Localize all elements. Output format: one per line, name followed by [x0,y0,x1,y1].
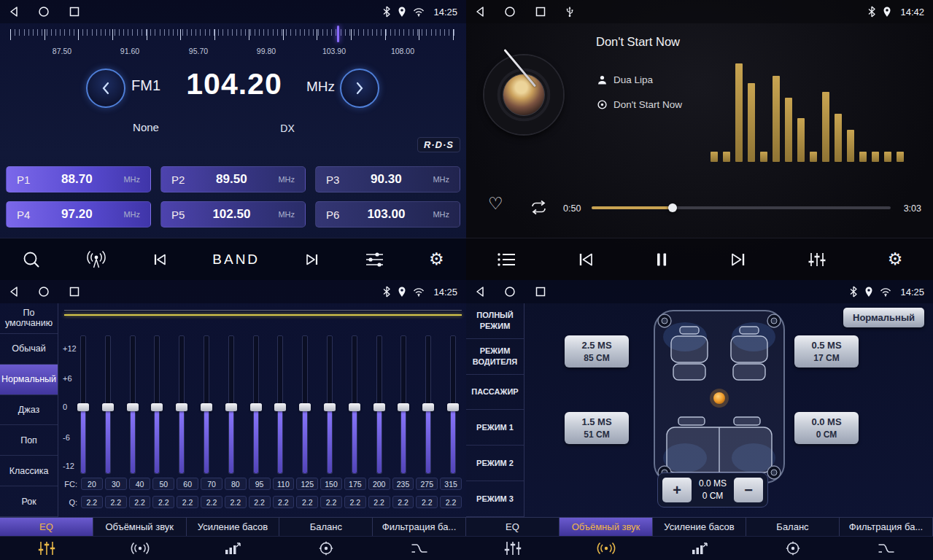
eq-band-slider[interactable] [250,335,262,474]
scan-icon[interactable] [22,250,41,269]
progress-knob[interactable] [668,203,677,212]
radio-broadcast-icon[interactable] [85,250,107,269]
seek-up-button[interactable] [340,69,379,108]
bass-boost-tab-icon[interactable] [653,542,746,555]
nav-recents-icon[interactable] [69,6,80,18]
eq-slider-handle[interactable] [250,403,262,411]
eq-band-slider[interactable] [176,335,187,474]
sound-preset-chip[interactable]: Нормальный [843,308,924,327]
delay-front-left[interactable]: 2.5 MS 85 CM [565,335,629,368]
eq-slider-handle[interactable] [151,403,163,411]
eq-tab-icon[interactable] [466,540,560,556]
favorite-icon[interactable]: ♡ [488,195,503,212]
preset-button-p3[interactable]: P390.30MHz [315,166,460,192]
tab-bass-boost[interactable]: Усиление басов [187,518,280,536]
eq-band-slider[interactable] [151,335,163,474]
tab-eq[interactable]: EQ [466,518,560,536]
eq-band-slider[interactable] [225,335,237,474]
eq-preset-custom[interactable]: Обычай [0,334,58,365]
preset-button-p5[interactable]: P5102.50MHz [160,201,306,228]
nav-recents-icon[interactable] [535,6,546,18]
nav-recents-icon[interactable] [535,286,546,298]
eq-band-slider[interactable] [398,335,409,474]
tab-bass-boost[interactable]: Усиление басов [653,518,746,536]
eq-band-slider[interactable] [102,335,114,474]
nav-home-icon[interactable] [38,286,50,298]
eq-slider-handle[interactable] [398,403,409,411]
nav-back-icon[interactable] [475,286,485,298]
playlist-icon[interactable] [497,252,516,267]
progress-bar[interactable] [592,206,891,209]
eq-slider-handle[interactable] [299,403,311,411]
previous-track-icon[interactable] [152,253,168,266]
mode-3[interactable]: РЕЖИМ 3 [466,481,524,517]
eq-preset-default[interactable]: По умолчанию [0,303,58,334]
eq-slider-handle[interactable] [127,403,139,411]
settings-gear-icon[interactable]: ⚙ [888,251,903,268]
preset-button-p2[interactable]: P289.50MHz [160,166,306,192]
delay-decrease-button[interactable]: − [734,478,763,502]
filter-tab-icon[interactable] [840,542,933,555]
eq-band-slider[interactable] [422,335,434,474]
filter-tab-icon[interactable] [373,542,466,555]
previous-track-icon[interactable] [577,252,595,267]
eq-preset-rock[interactable]: Рок [0,486,58,517]
eq-preset-classic[interactable]: Классика [0,456,58,486]
delay-increase-button[interactable]: + [662,478,692,502]
eq-slider-handle[interactable] [225,403,237,411]
eq-slider-handle[interactable] [102,403,114,411]
tuner-settings-icon[interactable] [365,252,384,268]
eq-band-slider[interactable] [274,335,286,474]
eq-slider-handle[interactable] [447,403,459,411]
mode-2[interactable]: РЕЖИМ 2 [466,446,524,481]
preset-button-p1[interactable]: P188.70MHz [6,166,151,192]
eq-band-slider[interactable] [77,335,89,474]
eq-slider-handle[interactable] [77,403,89,411]
mode-passenger[interactable]: ПАССАЖИР [466,375,524,411]
nav-recents-icon[interactable] [69,286,80,298]
eq-slider-handle[interactable] [274,403,286,411]
settings-gear-icon[interactable]: ⚙ [429,251,444,268]
band-button[interactable]: BAND [212,252,260,268]
eq-band-slider[interactable] [373,335,385,474]
delay-front-right[interactable]: 0.5 MS 17 CM [794,335,859,368]
tab-eq[interactable]: EQ [0,518,93,536]
eq-slider-handle[interactable] [373,403,385,411]
eq-tab-icon[interactable] [0,540,93,556]
eq-band-slider[interactable] [299,335,311,474]
surround-tab-icon[interactable] [560,542,653,555]
nav-back-icon[interactable] [475,6,485,18]
balance-tab-icon[interactable] [279,541,373,556]
preset-button-p4[interactable]: P497.20MHz [6,201,151,228]
eq-preset-jazz[interactable]: Джаз [0,395,58,426]
pause-icon[interactable] [655,252,668,267]
eq-slider-handle[interactable] [324,403,336,411]
nav-back-icon[interactable] [9,286,19,298]
eq-slider-handle[interactable] [349,403,360,411]
equalizer-icon[interactable] [808,252,826,268]
tab-filter[interactable]: Фильтрация ба... [373,518,466,536]
preset-button-p6[interactable]: P6103.00MHz [315,201,460,228]
tab-surround[interactable]: Объёмный звук [560,518,653,536]
mode-driver[interactable]: РЕЖИМ ВОДИТЕЛЯ [466,339,524,375]
balance-tab-icon[interactable] [746,541,840,556]
delay-rear-right[interactable]: 0.0 MS 0 CM [794,412,859,444]
eq-band-slider[interactable] [201,335,212,474]
eq-band-slider[interactable] [324,335,336,474]
mode-full[interactable]: ПОЛНЫЙ РЕЖИМ [466,303,524,339]
nav-home-icon[interactable] [504,6,516,18]
surround-tab-icon[interactable] [93,542,187,555]
delay-rear-left[interactable]: 1.5 MS 51 CM [565,412,629,444]
eq-preset-normal[interactable]: Нормальный [0,365,58,395]
bass-boost-tab-icon[interactable] [187,542,280,555]
eq-band-slider[interactable] [349,335,360,474]
repeat-icon[interactable] [529,200,549,215]
eq-preset-pop[interactable]: Поп [0,425,58,456]
eq-slider-handle[interactable] [176,403,187,411]
nav-home-icon[interactable] [38,6,50,18]
next-track-icon[interactable] [304,253,320,266]
eq-slider-handle[interactable] [201,403,212,411]
tab-balance[interactable]: Баланс [746,518,840,536]
nav-home-icon[interactable] [504,286,516,298]
eq-band-slider[interactable] [447,335,459,474]
